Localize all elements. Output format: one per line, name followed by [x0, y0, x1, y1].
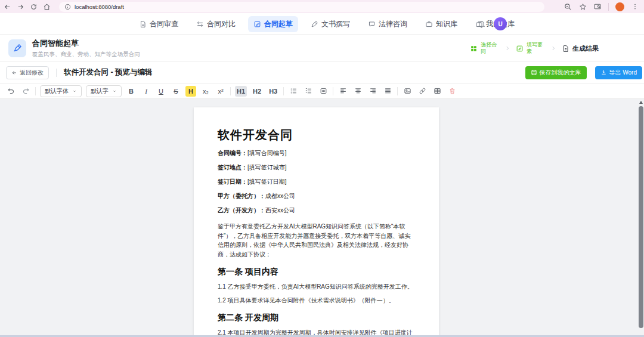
app-icon	[8, 39, 26, 57]
highlight-button[interactable]: H	[185, 86, 196, 97]
superscript-button[interactable]: x²	[215, 86, 226, 97]
chat-bubble-icon	[368, 20, 376, 28]
toolbar-separator	[35, 87, 36, 95]
align-right-button[interactable]	[367, 86, 378, 97]
home-button[interactable]	[42, 2, 51, 11]
nav-tab-contract-compare[interactable]: 合同对比	[191, 16, 241, 32]
stepper: 选择合同 填写要素 生成结果	[470, 35, 599, 62]
nav-tab-legal-consult[interactable]: 法律咨询	[363, 16, 413, 32]
ordered-list-button[interactable]	[303, 86, 314, 97]
page-header: 合同智能起草 覆盖民事、商业、劳动、知产等全场景合同 选择合同 填写要素 生成结…	[0, 35, 644, 62]
meta-row: 乙方（开发方）：西安xx公司	[218, 206, 415, 215]
export-word-button[interactable]: 导出 Word	[595, 66, 643, 79]
image-button[interactable]	[402, 86, 413, 97]
h3-button[interactable]: H3	[267, 86, 279, 97]
task-list-button[interactable]	[318, 86, 329, 97]
align-right-icon	[369, 87, 377, 95]
forward-icon	[17, 3, 24, 11]
divider	[56, 69, 57, 77]
font-size-select[interactable]: 默认字	[86, 85, 122, 97]
redo-button[interactable]	[20, 86, 31, 97]
align-center-button[interactable]	[352, 86, 363, 97]
table-button[interactable]	[432, 86, 442, 97]
kebab-menu-icon	[631, 3, 639, 10]
edit-square-icon	[516, 45, 524, 52]
nav-tab-label: 合同对比	[207, 19, 236, 29]
bold-button[interactable]: B	[126, 86, 137, 97]
ordered-list-icon	[305, 87, 312, 95]
address-bar[interactable]: localhost:8080/draft	[59, 2, 544, 12]
align-justify-button[interactable]	[382, 86, 393, 97]
browser-profile-avatar[interactable]	[615, 2, 624, 11]
notification-bell-icon[interactable]	[477, 20, 486, 29]
nav-tab-contract-draft[interactable]: 合同起草	[248, 16, 298, 32]
scrollbar-up-arrow-icon[interactable]	[639, 101, 643, 104]
arrow-left-icon	[11, 70, 17, 76]
document-title-bar: 软件开发合同 - 预览与编辑	[64, 67, 153, 78]
bullet-list-button[interactable]	[288, 86, 299, 97]
meta-label: 签订日期：	[218, 178, 247, 185]
download-icon	[600, 69, 607, 76]
undo-button[interactable]	[5, 86, 16, 97]
undo-icon	[7, 87, 15, 95]
user-avatar[interactable]: U	[494, 17, 507, 30]
clause: 2.1 本项目开发周期为完整开发周期，具体时间安排详见附件《项目进度计划表》（附…	[218, 328, 415, 335]
save-to-library-button[interactable]: 保存到我的文库	[525, 66, 587, 79]
url-text[interactable]: localhost:8080/draft	[75, 4, 124, 10]
clause: 1.1 乙方接受甲方委托，负责AI大模型RAG知识问答系统的完整开发工作。	[218, 282, 415, 291]
doc-preamble: 鉴于甲方有意委托乙方开发AI大模型RAG知识问答系统（以下简称“本软件”），乙方…	[218, 222, 415, 259]
reload-button[interactable]	[29, 2, 38, 11]
back-button-label: 返回修改	[20, 69, 44, 77]
delete-button[interactable]	[447, 86, 457, 97]
back-to-edit-button[interactable]: 返回修改	[6, 66, 49, 79]
back-icon	[4, 3, 11, 11]
font-family-select[interactable]: 默认字体	[40, 85, 82, 97]
site-info-icon[interactable]	[64, 4, 71, 10]
nav-tab-document-writing[interactable]: 文书撰写	[305, 16, 355, 32]
underline-button[interactable]: U	[156, 86, 166, 97]
nav-tab-label: 文书撰写	[321, 19, 350, 29]
nav-tab-label: 合同审查	[150, 19, 178, 29]
h2-button[interactable]: H2	[251, 86, 263, 97]
back-button[interactable]	[3, 2, 11, 11]
h1-button[interactable]: H1	[235, 86, 247, 97]
chevron-right-icon	[550, 45, 556, 51]
link-button[interactable]	[417, 86, 428, 97]
meta-value: 成都xx公司	[265, 193, 295, 199]
pen-icon	[311, 20, 318, 28]
align-left-button[interactable]	[338, 86, 348, 97]
redo-icon	[22, 87, 30, 95]
meta-label: 乙方（开发方）：	[218, 207, 265, 214]
italic-button[interactable]: I	[141, 86, 151, 97]
image-icon	[404, 87, 411, 95]
page-title: 合同智能起草	[32, 38, 140, 49]
app-nav: 合同审查 合同对比 合同起草 文书撰写 法律咨询 知识库	[0, 13, 644, 35]
nav-tab-knowledge-base[interactable]: 知识库	[420, 16, 463, 32]
editor-toolbar: 默认字体 默认字 B I U S H x₂ x² H1 H2 H3	[0, 84, 644, 99]
meta-value: [填写签订日期]	[247, 178, 287, 185]
step-select-contract: 选择合同	[470, 42, 499, 55]
subscript-button[interactable]: x₂	[200, 86, 211, 97]
bookmark-button[interactable]	[578, 2, 587, 11]
clause: 1.2 项目具体要求详见本合同附件《技术需求说明书》（附件一）。	[218, 296, 415, 305]
nav-tab-label: 合同起草	[264, 19, 293, 29]
sub-header-actions: 保存到我的文库 导出 Word	[525, 66, 643, 79]
strikethrough-button[interactable]: S	[171, 86, 181, 97]
meta-row: 签订地点：[填写签订城市]	[218, 163, 415, 172]
reload-icon	[30, 3, 38, 11]
export-button-label: 导出 Word	[609, 69, 637, 77]
browser-menu-button[interactable]	[631, 2, 639, 11]
document-page[interactable]: 软件开发合同 合同编号：[填写合同编号] 签订地点：[填写签订城市] 签订日期：…	[194, 107, 439, 335]
edit-square-icon	[253, 20, 261, 28]
scrollbar-thumb[interactable]	[639, 106, 643, 328]
briefcase-icon	[425, 20, 433, 28]
file-icon	[562, 45, 569, 52]
toolbar-separator	[283, 87, 284, 95]
zoom-button[interactable]	[564, 2, 572, 11]
chevron-right-icon	[504, 45, 510, 51]
chevron-down-icon	[72, 89, 77, 94]
nav-tab-contract-review[interactable]: 合同审查	[134, 16, 184, 32]
step-label: 生成结果	[572, 44, 599, 53]
tab-search-button[interactable]	[593, 2, 602, 11]
forward-button[interactable]	[16, 2, 24, 11]
